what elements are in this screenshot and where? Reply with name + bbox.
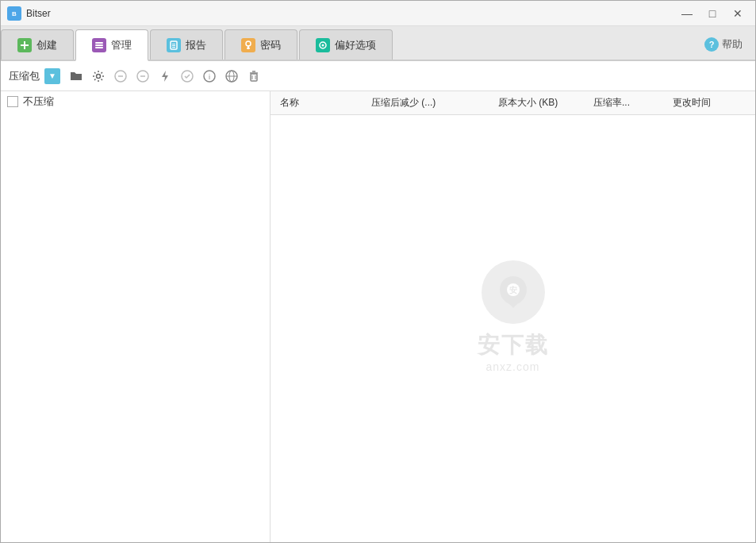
- column-headers: 名称 压缩后减少 (...) 原本大小 (KB) 压缩率... 更改时间: [271, 91, 755, 115]
- svg-rect-5: [95, 44, 103, 46]
- app-title: Bitser: [26, 8, 676, 19]
- close-button[interactable]: ✕: [727, 4, 749, 23]
- svg-rect-6: [95, 47, 103, 48]
- toolbar-btn-add[interactable]: [111, 67, 130, 86]
- toolbar-btn-flash[interactable]: [155, 67, 175, 86]
- svg-rect-3: [21, 44, 29, 46]
- svg-point-15: [322, 44, 324, 46]
- toolbar-btn-delete[interactable]: [244, 67, 263, 86]
- left-panel: 不压缩: [1, 91, 271, 542]
- svg-rect-9: [172, 45, 175, 46]
- window-controls: — □ ✕: [676, 4, 749, 23]
- svg-text:安: 安: [508, 286, 517, 295]
- help-icon: ?: [704, 37, 719, 52]
- toolbar: 压缩包 ▼: [1, 61, 755, 91]
- svg-rect-8: [172, 44, 175, 44]
- svg-rect-4: [95, 42, 103, 44]
- preferences-tab-label: 偏好选项: [335, 38, 376, 52]
- svg-rect-10: [172, 47, 175, 48]
- svg-text:i: i: [209, 73, 210, 81]
- maximize-button[interactable]: □: [701, 4, 723, 23]
- help-label: 帮助: [722, 37, 743, 52]
- settings-button[interactable]: [89, 67, 108, 86]
- toolbar-archive-label: 压缩包: [9, 69, 40, 83]
- report-tab-icon: [167, 38, 181, 52]
- manage-tab-icon: [92, 38, 106, 52]
- col-header-name[interactable]: 名称: [277, 96, 368, 110]
- watermark-icon: 安: [482, 260, 545, 324]
- col-header-original[interactable]: 原本大小 (KB): [495, 96, 590, 110]
- tab-preferences[interactable]: 偏好选项: [299, 29, 393, 60]
- col-header-time[interactable]: 更改时间: [670, 96, 749, 110]
- col-header-compressed[interactable]: 压缩后减少 (...): [368, 96, 495, 110]
- tab-create[interactable]: 创建: [1, 29, 74, 60]
- app-icon: B: [7, 6, 21, 21]
- tab-password[interactable]: 密码: [224, 29, 297, 60]
- minimize-button[interactable]: —: [676, 4, 698, 23]
- preferences-tab-icon: [316, 38, 330, 52]
- create-tab-label: 创建: [36, 38, 57, 52]
- svg-point-16: [97, 74, 101, 78]
- toolbar-btn-globe[interactable]: [222, 67, 241, 86]
- svg-rect-28: [251, 74, 257, 81]
- svg-marker-21: [162, 71, 168, 82]
- svg-rect-13: [247, 48, 250, 49]
- tab-report[interactable]: 报告: [150, 29, 223, 60]
- manage-tab-label: 管理: [111, 38, 132, 52]
- tab-bar: 创建 管理 报告: [1, 26, 755, 61]
- open-folder-button[interactable]: [67, 67, 86, 86]
- content-area: 不压缩 名称 压缩后减少 (...) 原本大小 (KB) 压缩率... 更改时间…: [1, 91, 755, 542]
- watermark-text-cn: 安下载: [478, 330, 549, 360]
- archive-dropdown-button[interactable]: ▼: [44, 68, 60, 84]
- title-bar: B Bitser — □ ✕: [1, 1, 755, 26]
- item-label: 不压缩: [23, 94, 54, 109]
- tab-manage[interactable]: 管理: [75, 29, 148, 61]
- help-button[interactable]: ? 帮助: [692, 37, 755, 52]
- main-window: B Bitser — □ ✕ 创建: [0, 0, 756, 543]
- password-tab-label: 密码: [260, 38, 281, 52]
- col-header-ratio[interactable]: 压缩率...: [590, 96, 670, 110]
- password-tab-icon: [241, 38, 255, 52]
- toolbar-btn-remove[interactable]: [133, 67, 152, 86]
- create-tab-icon: [17, 38, 32, 52]
- watermark-text-en: anxz.com: [486, 360, 540, 373]
- item-checkbox[interactable]: [7, 96, 18, 107]
- report-tab-label: 报告: [186, 38, 206, 52]
- svg-point-33: [507, 283, 520, 296]
- watermark: 安 安下载 anxz.com: [478, 260, 549, 373]
- toolbar-btn-check[interactable]: [178, 67, 197, 86]
- toolbar-btn-info[interactable]: i: [200, 67, 219, 86]
- svg-text:B: B: [12, 10, 17, 17]
- list-item[interactable]: 不压缩: [1, 91, 270, 112]
- right-panel: 名称 压缩后减少 (...) 原本大小 (KB) 压缩率... 更改时间 安 安…: [271, 91, 755, 542]
